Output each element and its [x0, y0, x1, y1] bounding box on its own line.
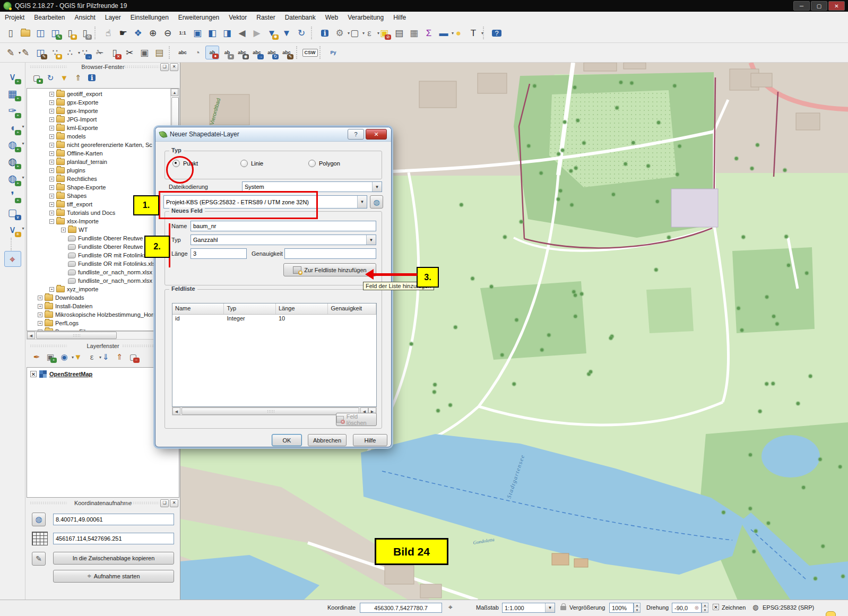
toolbar-button-text-annotation[interactable]: T▾ [466, 26, 480, 40]
toolbar-button-label-rotate[interactable]: abc↻ [265, 46, 279, 59]
toolbar-button-zoom-out[interactable]: ⊖ [161, 26, 175, 40]
projected-coordinate-field[interactable]: 456167.114,5427696.251 [53, 533, 174, 544]
toolbar-button-zoom-native[interactable]: 1:1 [176, 26, 189, 40]
menu-item-ansicht[interactable]: Ansicht [70, 13, 100, 22]
table-header-typ[interactable]: Typ [224, 303, 275, 314]
radio-option-linie[interactable]: Linie [240, 160, 308, 167]
ok-button[interactable]: OK [272, 434, 302, 446]
menu-item-web[interactable]: Web [321, 13, 343, 22]
table-header-genauigkeit[interactable]: Genauigkeit [328, 303, 376, 314]
collapse-icon[interactable]: − [49, 219, 54, 224]
track-mouse-button[interactable]: ✎ [32, 552, 46, 566]
messages-icon[interactable] [826, 611, 836, 616]
toolbar-button-manage-map-themes[interactable]: ◉▾ [58, 350, 71, 363]
toolbar-button-open-layer-styling[interactable]: ✒ [30, 350, 43, 363]
toolbar-button-map-tips[interactable]: ● [452, 26, 465, 40]
toolbar-button-cut-features[interactable]: ✂ [123, 46, 136, 59]
toolbar-button-filter-by-expression[interactable]: ε▾ [85, 350, 98, 363]
chevron-down-icon[interactable]: ▼ [357, 196, 367, 208]
toolbar-button-diagram-options[interactable]: ◔ [191, 46, 204, 59]
magnifier-spinner[interactable]: ▲▼ [634, 603, 641, 613]
expand-icon[interactable]: + [49, 202, 54, 207]
toolbar-button-zoom-in[interactable]: ⊕ [146, 26, 160, 40]
toolbar-button-add-oracle-layer[interactable]: ❜+ [4, 187, 21, 203]
menu-item-verarbeitung[interactable]: Verarbeitung [343, 13, 388, 22]
cancel-button[interactable]: Abbrechen [308, 434, 347, 446]
tree-item[interactable]: +Offline-Karten [27, 149, 170, 158]
toolbar-button-new-project[interactable]: ▯ [4, 26, 18, 40]
start-capture-button[interactable]: ⌖Aufnahme starten [53, 570, 174, 583]
toolbar-button-zoom-to-layer[interactable]: ◨ [220, 26, 234, 40]
expand-icon[interactable]: + [49, 185, 54, 190]
toolbar-button-label-toolbar[interactable]: abc [176, 46, 189, 59]
toolbar-button-label-move[interactable]: abc→ [250, 46, 264, 59]
chevron-down-icon[interactable]: ▼ [372, 182, 382, 192]
menu-item-layer[interactable]: Layer [100, 13, 126, 22]
menu-item-bearbeiten[interactable]: Bearbeiten [29, 13, 70, 22]
scale-combo[interactable]: 1:1.000 ▼ [502, 603, 555, 613]
maximize-button[interactable]: ▢ [811, 1, 827, 11]
toolbar-button-delete-selected[interactable]: ▯✕ [108, 46, 122, 59]
tree-item[interactable]: +gpx-Exporte [27, 98, 170, 107]
field-length-input[interactable]: 3 [191, 248, 247, 259]
render-checkbox[interactable]: ✕ [713, 604, 719, 610]
toolbar-button-filter-browser[interactable]: ▼ [58, 71, 71, 84]
tree-item[interactable]: +xyz_importe [27, 285, 170, 293]
expand-icon[interactable]: + [49, 92, 54, 97]
dialog-close-button[interactable]: ✕ [366, 129, 387, 140]
scrollbar-thumb[interactable] [36, 332, 117, 339]
menu-item-projekt[interactable]: Projekt [0, 13, 29, 22]
tree-item[interactable]: +planlauf_terrain [27, 158, 170, 166]
minimize-button[interactable]: ─ [793, 1, 810, 11]
chevron-down-icon[interactable]: ▼ [545, 603, 555, 612]
toolbar-button-refresh-map[interactable]: ↻ [295, 26, 308, 40]
close-panel-button[interactable]: ✕ [170, 499, 178, 507]
rotation-spinner[interactable]: ▲▼ [702, 603, 708, 613]
toolbar-button-help[interactable]: ? [490, 26, 504, 40]
close-button[interactable]: ✕ [828, 1, 845, 11]
expand-icon[interactable]: + [38, 313, 42, 317]
toolbar-button-measure-line[interactable]: ▬▾ [437, 26, 451, 40]
tree-item[interactable]: −xlsx-Importe [27, 217, 170, 225]
field-precision-input[interactable] [284, 248, 376, 259]
tree-item[interactable]: +Mikroskopische Holzbestimmung_Horn [27, 310, 170, 319]
toolbar-button-new-print-composer[interactable]: ▯✱ [63, 26, 77, 40]
tree-item[interactable]: +Program Files [27, 327, 170, 331]
add-to-field-list-button[interactable]: ✱ Zur Feldliste hinzufügen [283, 263, 376, 276]
toolbar-button-toggle-editing[interactable]: ✎ [19, 46, 32, 59]
toolbar-button-add-group[interactable]: ▣+ [44, 350, 57, 363]
toolbar-button-deselect-features[interactable]: ε▾ [362, 26, 376, 40]
menu-item-hilfe[interactable]: Hilfe [388, 13, 411, 22]
geo-coordinate-field[interactable]: 8.40071,49.00061 [53, 514, 174, 525]
expand-icon[interactable]: + [61, 228, 66, 232]
expand-icon[interactable]: + [49, 177, 54, 181]
toolbar-button-split-features[interactable]: ✁ [93, 46, 107, 59]
tree-item[interactable]: +geotiff_export [27, 90, 170, 98]
toolbar-button-copy-features[interactable]: ▣ [137, 46, 151, 59]
clear-rotation-icon[interactable]: ⊗ [695, 605, 699, 611]
menu-item-datenbank[interactable]: Datenbank [280, 13, 321, 22]
tree-item[interactable]: +plugins [27, 166, 170, 175]
table-header-name[interactable]: Name [172, 303, 224, 314]
toolbar-button-collapse-all[interactable]: ⇑ [113, 350, 126, 363]
close-panel-button[interactable]: ✕ [170, 63, 178, 71]
toolbar-button-zoom-next[interactable]: ▶ [250, 26, 264, 40]
magnifier-input[interactable]: 100% [609, 603, 634, 613]
layer-checkbox[interactable]: ✕ [30, 371, 37, 377]
tree-item[interactable]: +models [27, 132, 170, 141]
toolbar-button-python-console[interactable]: Py [326, 46, 340, 59]
tree-item[interactable]: +JPG-Import [27, 115, 170, 124]
toolbar-button-zoom-to-selection[interactable]: ◧ [205, 26, 219, 40]
radio-icon[interactable] [240, 160, 248, 167]
toolbar-button-pan-map[interactable]: ☛ [116, 26, 130, 40]
expand-icon[interactable]: + [49, 109, 54, 114]
tree-item[interactable]: Fundliste OR mit Fotolinks.xls [27, 259, 170, 268]
copy-to-clipboard-button[interactable]: In die Zwischenablage kopieren [53, 552, 174, 565]
menu-item-einstellungen[interactable]: Einstellungen [126, 13, 174, 22]
dialog-help-button[interactable]: ? [348, 129, 364, 140]
tree-item[interactable]: +kml-Exporte [27, 124, 170, 132]
table-row[interactable]: idInteger10 [172, 315, 376, 324]
toolbar-button-add-delimited-text-layer[interactable]: ✑+ [4, 102, 21, 118]
toolbar-button-composer-manager[interactable]: ▯⚙ [78, 26, 92, 40]
expand-icon[interactable]: + [49, 194, 54, 198]
